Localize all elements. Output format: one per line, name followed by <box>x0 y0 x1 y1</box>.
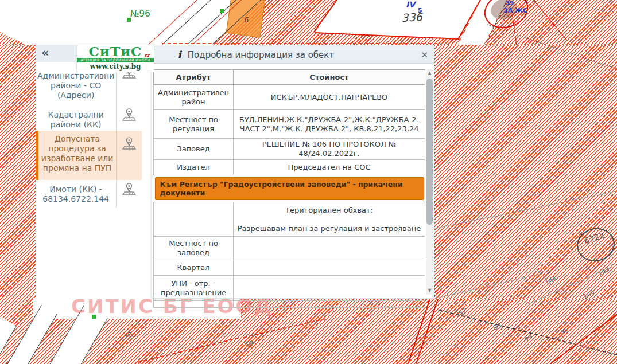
map-hatch-region <box>0 45 36 299</box>
sidebar-item-label: Допусната процедура за изработване или п… <box>38 131 116 173</box>
sidebar-item-properties-kk[interactable]: Имоти (КК) - 68134.6722.144 <box>36 181 142 208</box>
sidebar-item-label: Кадастрални райони (КК) <box>36 110 116 130</box>
map-building <box>226 0 266 38</box>
popup-header: i Подробна информация за обект ✕ <box>152 46 434 64</box>
attribute-value: Териториален обхват: Разрешавам план за … <box>234 202 425 237</box>
logo-tagline: АГЕНЦИЯ ЗА НЕДВИЖИМИ ИМОТИ <box>77 58 154 62</box>
object-info-popup: i Подробна информация за обект ✕ Атрибут… <box>152 46 434 298</box>
sidebar-collapse-button[interactable]: « <box>41 46 49 60</box>
app-window: №96IV533639ЗА ЖС667221431441468283648570… <box>0 0 617 364</box>
map-marker-icon <box>127 18 131 22</box>
scroll-up-icon[interactable]: ▲ <box>426 69 433 77</box>
table-row: Административен район ИСКЪР,МЛАДОСТ,ПАНЧ… <box>154 85 425 110</box>
column-header-value: Стойност <box>234 70 425 85</box>
attribute-value <box>234 276 425 301</box>
table-row: Издател Председател на СОС <box>154 160 425 175</box>
attribute-label: Административен район <box>154 85 234 110</box>
info-icon: i <box>177 49 181 61</box>
attribute-value: Председател на СОС <box>234 160 425 175</box>
sidebar-item-label: Имоти (КК) - 68134.6722.144 <box>36 185 116 204</box>
attribute-label: Заповед <box>154 139 234 160</box>
attribute-label: Квартал <box>154 260 234 276</box>
table-row: Квартал <box>154 260 425 276</box>
attribute-value <box>234 260 425 276</box>
scroll-down-icon[interactable]: ▼ <box>426 287 433 295</box>
map-pin-icon <box>122 181 137 208</box>
map-pin-icon <box>122 135 137 152</box>
table-row: УПИ - отр. - предназначение <box>154 276 425 301</box>
register-orders-button[interactable]: Към Регистър "Градоустройствени заповеди… <box>155 177 424 200</box>
attribute-label <box>154 202 234 237</box>
logo-url: www.city.s.bg <box>77 62 154 71</box>
table-row: Местност по регулация БУЛ.ЛЕНИН,Ж.К."ДРУ… <box>154 110 425 139</box>
attribute-label: Издател <box>154 160 234 175</box>
logo-brand-text: СиТиС <box>77 45 154 58</box>
attribute-value: ИСКЪР,МЛАДОСТ,ПАНЧАРЕВО <box>234 85 425 110</box>
attribute-label: Местност по регулация <box>154 110 234 139</box>
attribute-label: УПИ - отр. - предназначение <box>154 276 234 301</box>
popup-scrollbar[interactable]: ▲ ▼ <box>426 69 433 295</box>
map-pin-icon <box>122 107 137 133</box>
popup-title: Подробна информация за обект <box>188 50 334 60</box>
map-parcel-label: №96 <box>130 10 150 18</box>
attribute-value: БУЛ.ЛЕНИН,Ж.К."ДРУЖБА-2",Ж.К."ДРУЖБА-2-Ч… <box>234 110 425 139</box>
table-row-action: Към Регистър "Градоустройствени заповеди… <box>154 175 425 202</box>
layers-sidebar: « Административни райони - СО (Адреси) К… <box>36 45 142 299</box>
sidebar-item-cadastral-regions[interactable]: Кадастрални райони (КК) <box>36 107 142 133</box>
citys-logo: СиТиС БГ АГЕНЦИЯ ЗА НЕДВИЖИМИ ИМОТИ www.… <box>76 45 154 72</box>
scrollbar-thumb[interactable] <box>426 79 433 225</box>
table-row: Местност по заповед <box>154 237 425 260</box>
attribute-table: Атрибут Стойност Административен район И… <box>153 69 425 308</box>
table-row <box>154 301 425 308</box>
sidebar-item-admitted-pup-procedure[interactable]: Допусната процедура за изработване или п… <box>36 131 142 180</box>
attribute-value <box>234 237 425 260</box>
table-row: Заповед РЕШЕНИЕ № 106 ПО ПРОТОКОЛ № 48/2… <box>154 139 425 160</box>
map-hatch-region <box>0 29 26 45</box>
attribute-value: РЕШЕНИЕ № 106 ПО ПРОТОКОЛ № 48/24.02.202… <box>234 139 425 160</box>
column-header-attribute: Атрибут <box>154 70 234 85</box>
close-icon[interactable]: ✕ <box>421 50 428 60</box>
attribute-label: Местност по заповед <box>154 237 234 260</box>
logo-brand-sub: БГ <box>145 54 150 58</box>
sidebar-item-label: Административни райони - СО (Адреси) <box>36 71 116 100</box>
table-row: Териториален обхват: Разрешавам план за … <box>154 202 425 237</box>
